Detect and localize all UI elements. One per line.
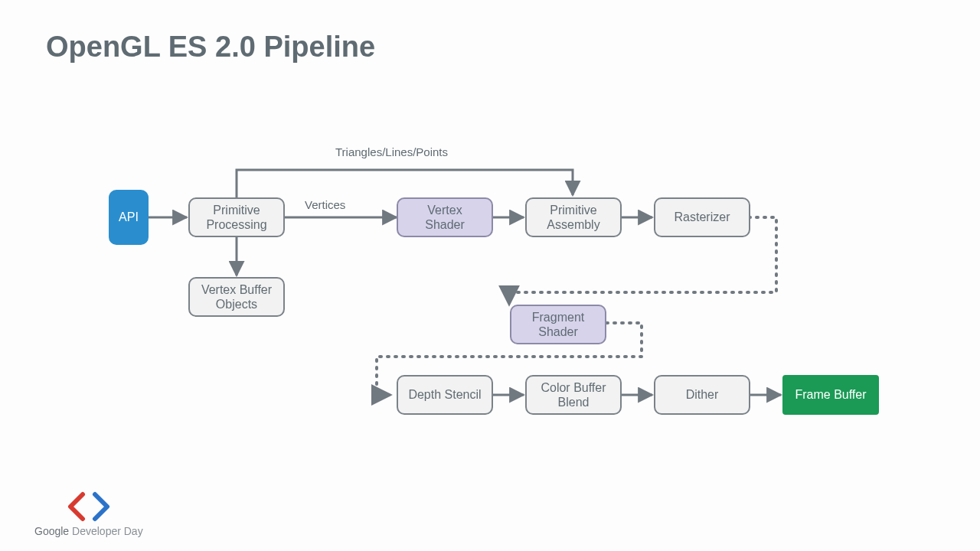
- node-rasterizer: Rasterizer: [654, 197, 750, 237]
- label-vertices: Vertices: [305, 198, 345, 211]
- footer-logo-text: Google Developer Day: [34, 525, 143, 537]
- label-triangles-lines-points: Triangles/Lines/Points: [335, 145, 448, 158]
- edges-layer: [0, 0, 980, 551]
- node-api: API: [109, 190, 149, 245]
- node-vertex-shader: Vertex Shader: [397, 197, 493, 237]
- node-primitive-assembly: Primitive Assembly: [525, 197, 622, 237]
- node-frame-buffer: Frame Buffer: [782, 375, 879, 415]
- node-primitive-processing: Primitive Processing: [188, 197, 285, 237]
- node-dither: Dither: [654, 375, 750, 415]
- page-title: OpenGL ES 2.0 Pipeline: [46, 31, 375, 64]
- angle-brackets-icon: [66, 491, 112, 522]
- node-vertex-buffer-objects: Vertex Buffer Objects: [188, 277, 285, 317]
- node-fragment-shader: Fragment Shader: [510, 305, 606, 344]
- node-depth-stencil: Depth Stencil: [397, 375, 493, 415]
- node-color-buffer-blend: Color Buffer Blend: [525, 375, 622, 415]
- footer-logo: Google Developer Day: [34, 491, 143, 537]
